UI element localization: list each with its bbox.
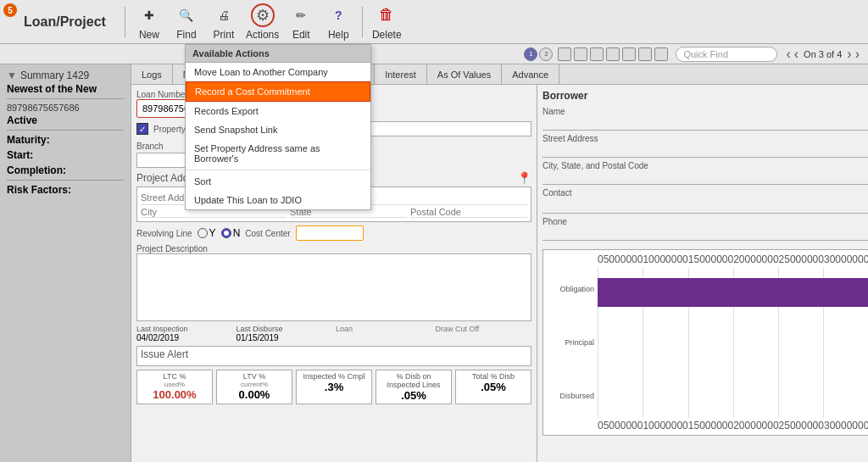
borrower-left-col: Name Street Address City, State, and Pos… xyxy=(542,107,868,244)
new-button[interactable]: ✚ New xyxy=(134,3,164,41)
chart-x-axis-bottom: 0500000010000000150000002000000025000000… xyxy=(598,420,868,431)
sidebar-loan-num: 89798675657686 xyxy=(7,103,124,113)
obligation-bar xyxy=(598,278,868,307)
loan-type-box: Loan xyxy=(336,325,432,342)
borrower-name-input[interactable] xyxy=(542,116,868,131)
ltv-value: 0.00% xyxy=(220,388,288,401)
pct-disb-box: % Disb on Inspected Lines .05% xyxy=(376,370,452,404)
chart-x-axis-top: 0500000010000000150000002000000025000000… xyxy=(598,253,868,265)
last-inspection-box: Last Inspection 04/02/2019 xyxy=(136,325,233,342)
action-set-property[interactable]: Set Property Address same as Borrower's xyxy=(186,139,370,168)
ltc-ltv-row: LTC % used% 100.00% LTV % current% 0.00%… xyxy=(136,370,531,404)
sidebar-header: ▼ Summary 1429 xyxy=(7,70,124,81)
nav-shape-6[interactable] xyxy=(638,47,652,61)
find-icon: 🔍 xyxy=(175,3,198,27)
find-button[interactable]: 🔍 Find xyxy=(171,3,202,41)
action-send-snapshot[interactable]: Send Snapshot Link xyxy=(186,120,370,139)
borrower-name-label: Name xyxy=(542,107,868,116)
tab-logs[interactable]: Logs xyxy=(131,64,173,84)
print-button[interactable]: 🖨 Print xyxy=(209,3,239,41)
navrow: 1 2 Quick Find ‹ ‹ On 3 of 4 › › xyxy=(0,44,868,64)
action-sort[interactable]: Sort xyxy=(186,172,370,191)
radio-yes-circle xyxy=(198,228,208,238)
main-layout: ▼ Summary 1429 Newest of the New 8979867… xyxy=(0,64,868,462)
next-arrow-2[interactable]: › xyxy=(855,47,860,62)
ltc-label: LTC % xyxy=(141,372,209,381)
borrower-name-field: Name xyxy=(542,107,868,131)
action-update-jdio[interactable]: Update This Loan to JDIO xyxy=(186,191,370,209)
prev-arrow[interactable]: ‹ xyxy=(786,47,790,62)
principal-bar-row xyxy=(598,326,868,359)
total-pct-value: .05% xyxy=(459,381,527,393)
revolving-label: Revolving Line xyxy=(136,229,192,238)
nav-circle-2[interactable]: 2 xyxy=(539,47,553,61)
property-checkbox[interactable]: ✓ xyxy=(136,123,148,135)
action-records-export[interactable]: Records Export xyxy=(186,102,370,120)
nav-circle-1[interactable]: 1 xyxy=(524,47,537,61)
new-icon: ✚ xyxy=(137,3,161,27)
ltv-sub: current% xyxy=(220,381,288,388)
borrower-fields: Name Street Address City, State, and Pos… xyxy=(542,107,868,244)
last-disburse-box: Last Disburse 01/15/2019 xyxy=(236,325,333,342)
nav-shape-4[interactable] xyxy=(606,47,620,61)
nav-shape-7[interactable] xyxy=(654,47,668,61)
last-inspection-label: Last Inspection xyxy=(136,325,233,333)
postal-code-input[interactable] xyxy=(410,207,527,218)
disbursed-bar-row xyxy=(598,376,868,409)
borrower-contact-field: Contact ⤓ ✉ Code xyxy=(542,188,868,214)
separator-1 xyxy=(125,7,125,37)
chart-y-axis: Obligation Principal Disbursed xyxy=(547,253,598,431)
delete-icon: 🗑 xyxy=(375,3,398,27)
inspected-pct-value: .3% xyxy=(300,381,368,393)
borrower-city-input[interactable] xyxy=(542,170,868,185)
revolving-yes[interactable]: Y xyxy=(198,227,216,239)
help-icon: ? xyxy=(326,3,350,27)
action-record-cost[interactable]: Record a Cost Commitment xyxy=(186,81,370,102)
nav-arrows: ‹ ‹ On 3 of 4 › › xyxy=(784,47,861,62)
ltc-sub: used% xyxy=(141,381,209,388)
cost-center-label: Cost Center xyxy=(245,229,290,238)
revolving-row: Revolving Line Y N Cost Center xyxy=(136,225,531,241)
app-badge: 5 xyxy=(3,3,17,17)
borrower-title: Borrower xyxy=(542,90,868,102)
edit-button[interactable]: ✏ Edit xyxy=(286,3,316,41)
nav-shape-2[interactable] xyxy=(574,47,587,61)
draw-cutoff-box: Draw Cut Off xyxy=(436,325,532,342)
action-move-loan[interactable]: Move Loan to Another Company xyxy=(186,63,370,81)
chart-area: Obligation Principal Disbursed 050000001… xyxy=(542,249,868,436)
issue-alert-label: Issue Alert xyxy=(141,348,188,360)
help-button[interactable]: ? Help xyxy=(323,3,353,41)
borrower-street-input[interactable] xyxy=(542,143,868,158)
nav-shape-1[interactable] xyxy=(558,47,571,61)
prev-arrow-2[interactable]: ‹ xyxy=(794,47,798,62)
right-panel: Borrower Name Street Address City xyxy=(537,85,868,462)
sidebar-loan-name: Newest of the New xyxy=(7,83,124,95)
tab-interest[interactable]: Interest xyxy=(375,64,427,84)
contact-row: ⤓ ✉ Code xyxy=(542,199,868,214)
last-disburse-value: 01/15/2019 xyxy=(236,333,333,342)
chart-label-principal: Principal xyxy=(547,338,598,347)
borrower-street-label: Street Address xyxy=(542,134,868,143)
project-desc-box[interactable] xyxy=(136,253,531,321)
nav-shape-3[interactable] xyxy=(590,47,604,61)
borrower-street-field: Street Address xyxy=(542,134,868,158)
actions-button[interactable]: ⚙ Actions xyxy=(246,3,279,41)
expand-icon[interactable]: ▼ xyxy=(7,70,17,81)
sidebar-summary-label: Summary 1429 xyxy=(20,70,89,81)
tab-advance[interactable]: Advance xyxy=(502,64,559,84)
borrower-phone-input[interactable] xyxy=(542,226,868,241)
revolving-no-label: N xyxy=(233,227,241,239)
nav-shape-5[interactable] xyxy=(622,47,636,61)
cost-center-input[interactable] xyxy=(296,225,364,241)
map-pin-icon[interactable]: 📍 xyxy=(517,171,531,185)
last-disburse-label: Last Disburse xyxy=(236,325,333,333)
delete-button[interactable]: 🗑 Delete xyxy=(371,3,402,41)
ltc-value: 100.00% xyxy=(141,388,209,401)
next-arrow[interactable]: › xyxy=(847,47,851,62)
revolving-no[interactable]: N xyxy=(221,227,241,239)
tab-as-of-values[interactable]: As Of Values xyxy=(427,64,502,84)
inspected-pct-box: Inspected % Cmpl .3% xyxy=(296,370,372,404)
ltc-box: LTC % used% 100.00% xyxy=(136,370,213,404)
borrower-contact-input[interactable] xyxy=(542,199,868,214)
quick-find-input[interactable]: Quick Find xyxy=(676,47,777,62)
